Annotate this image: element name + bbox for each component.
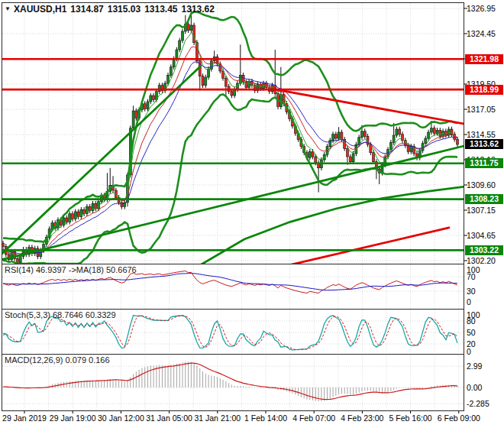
stoch-panel-label: Stoch(5,3,3) 68.7646 60.3329 — [5, 310, 116, 320]
symbol-dropdown-icon[interactable]: ▼ — [5, 5, 11, 12]
macd-panel-label: MACD(12,26,9) 0.079 0.166 — [5, 355, 110, 365]
macd-axis-label: -2.285 — [467, 399, 489, 408]
rsi-axis-label: 0 — [467, 297, 471, 306]
price-axis-label: 1326.95 — [467, 4, 496, 13]
macd-axis-label: 2.99 — [467, 362, 482, 371]
price-badge: 1321.98 — [465, 54, 503, 64]
ohlc-open: 1314.87 — [70, 4, 103, 15]
candles-layer[interactable] — [2, 9, 459, 265]
price-badge: 1303.22 — [465, 245, 503, 255]
time-axis-label: 31 Jan 21:00 — [194, 413, 241, 423]
symbol-period-label: XAUUSD,H1 — [14, 4, 66, 15]
ohlc-low: 1313.45 — [144, 4, 177, 15]
price-badge: 1318.99 — [465, 85, 503, 95]
time-axis-label: 5 Feb 16:00 — [389, 413, 432, 423]
ohlc-close: 1313.62 — [182, 4, 215, 15]
time-axis-label: 4 Feb 23:00 — [341, 413, 383, 423]
main-chart-layer[interactable] — [0, 9, 468, 266]
rsi-panel-label: RSI(14) 46.9397 ->MA(18) 50.6676 — [5, 265, 137, 275]
stoch-axis-label: 0 — [467, 347, 471, 356]
time-axis-label: 29 Jan 2019 — [2, 413, 47, 423]
time-axis-label: 1 Feb 14:00 — [244, 413, 287, 423]
mt4-chart-window[interactable]: ▼ XAUUSD,H11314.871315.031313.451313.62 … — [0, 0, 504, 428]
price-badge: 1308.23 — [465, 194, 503, 204]
price-axis-label: 1302.20 — [467, 256, 496, 265]
time-axis-label: 6 Feb 09:00 — [438, 413, 480, 423]
rsi-axis-label: 70 — [467, 272, 476, 281]
time-axis-label: 30 Jan 12:00 — [98, 413, 144, 423]
price-badge: 1313.62 — [465, 139, 503, 149]
macd-axis-label: 0.00 — [467, 383, 482, 392]
stoch-axis-label: 50 — [467, 328, 476, 337]
price-axis-label: 1324.45 — [467, 29, 496, 38]
rsi-axis-label: 30 — [467, 287, 476, 296]
macd-layer[interactable] — [3, 362, 457, 401]
price-axis-label: 1307.15 — [467, 206, 496, 215]
time-axis-label: 31 Jan 05:00 — [146, 413, 192, 423]
time-axis-label: 4 Feb 07:00 — [292, 413, 335, 423]
ohlc-high: 1315.03 — [108, 4, 141, 15]
price-axis-label: 1304.65 — [467, 231, 496, 240]
price-axis-label: 1314.55 — [467, 130, 496, 139]
stoch-axis-label: 80 — [467, 316, 476, 326]
price-axis-label: 1317.05 — [467, 105, 496, 114]
price-axis-label: 1309.60 — [467, 180, 496, 190]
chart-title: XAUUSD,H11314.871315.031313.451313.62 — [14, 4, 218, 15]
price-badge: 1311.75 — [465, 158, 503, 168]
time-axis-label: 29 Jan 19:00 — [50, 413, 96, 423]
